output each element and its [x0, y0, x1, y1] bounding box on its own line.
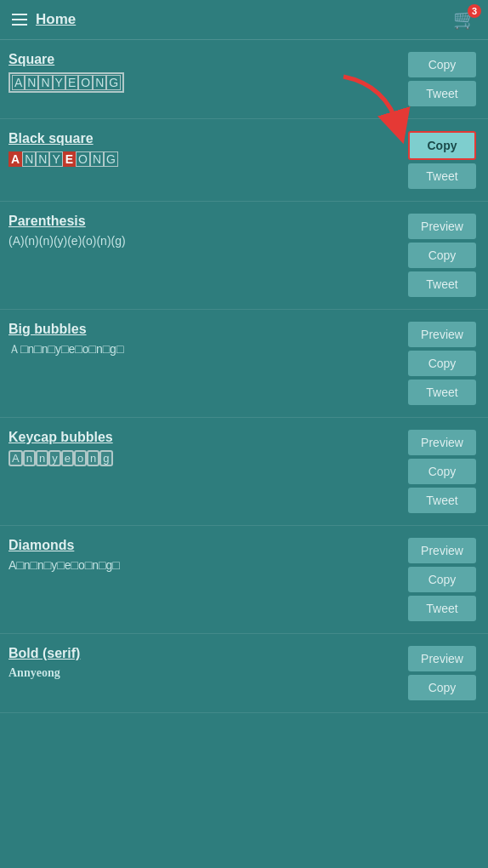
bold-serif-content: Bold (serif) Annyeong — [9, 646, 400, 680]
diamonds-section: Diamonds A□n□n□y□e□o□n□g□ Preview Copy T… — [0, 526, 488, 634]
cart-icon-wrap[interactable]: 🛒 3 — [453, 9, 476, 31]
parenthesis-section: Parenthesis (A)(n)(n)(y)(e)(o)(n)(g) Pre… — [0, 202, 488, 310]
bold-serif-preview: Annyeong — [9, 666, 400, 680]
big-bubbles-tweet-button[interactable]: Tweet — [408, 380, 476, 405]
square-content: Square ANNYEONG — [9, 52, 400, 93]
big-bubbles-copy-button[interactable]: Copy — [408, 351, 476, 376]
diamonds-tweet-button[interactable]: Tweet — [408, 596, 476, 621]
keycap-bubbles-preview-button[interactable]: Preview — [408, 430, 476, 455]
black-square-copy-button[interactable]: Copy — [408, 131, 476, 160]
keycap-bubbles-content: Keycap bubbles Annyeong — [9, 430, 400, 466]
keycap-bubbles-section: Keycap bubbles Annyeong Preview Copy Twe… — [0, 418, 488, 526]
big-bubbles-preview-button[interactable]: Preview — [408, 322, 476, 347]
big-bubbles-content: Big bubbles Ａ□n□n□y□e□o□n□g□ — [9, 322, 400, 357]
diamonds-preview-button[interactable]: Preview — [408, 538, 476, 563]
black-square-section: Black square ANNYEONG Copy Tweet — [0, 119, 488, 202]
header: Home 🛒 3 — [0, 0, 488, 40]
black-square-tweet-button[interactable]: Tweet — [408, 163, 476, 189]
parenthesis-preview-button[interactable]: Preview — [408, 214, 476, 239]
parenthesis-tweet-button[interactable]: Tweet — [408, 271, 476, 297]
black-square-buttons: Copy Tweet — [408, 131, 476, 189]
black-square-preview: ANNYEONG — [9, 151, 400, 167]
bold-serif-title: Bold (serif) — [9, 646, 400, 661]
diamonds-buttons: Preview Copy Tweet — [408, 538, 476, 621]
square-copy-button[interactable]: Copy — [408, 52, 476, 77]
big-bubbles-buttons: Preview Copy Tweet — [408, 322, 476, 405]
bold-serif-buttons: Preview Copy — [408, 646, 476, 700]
keycap-bubbles-title: Keycap bubbles — [9, 430, 400, 445]
black-square-content: Black square ANNYEONG — [9, 131, 400, 167]
big-bubbles-preview: Ａ□n□n□y□e□o□n□g□ — [9, 342, 400, 357]
bold-serif-preview-button[interactable]: Preview — [408, 646, 476, 671]
cart-badge: 3 — [468, 4, 481, 18]
diamonds-preview: A□n□n□y□e□o□n□g□ — [9, 558, 400, 572]
home-link[interactable]: Home — [36, 11, 76, 28]
big-bubbles-section: Big bubbles Ａ□n□n□y□e□o□n□g□ Preview Cop… — [0, 310, 488, 418]
diamonds-title: Diamonds — [9, 538, 400, 553]
parenthesis-title: Parenthesis — [9, 214, 400, 229]
header-left: Home — [12, 11, 76, 28]
diamonds-copy-button[interactable]: Copy — [408, 567, 476, 592]
square-preview-text: ANNYEONG — [9, 72, 124, 93]
parenthesis-buttons: Preview Copy Tweet — [408, 214, 476, 297]
parenthesis-preview: (A)(n)(n)(y)(e)(o)(n)(g) — [9, 234, 400, 248]
square-section: Square ANNYEONG Copy Tweet — [0, 40, 488, 119]
parenthesis-copy-button[interactable]: Copy — [408, 243, 476, 268]
hamburger-menu[interactable] — [12, 14, 27, 26]
big-bubbles-title: Big bubbles — [9, 322, 400, 337]
square-preview: ANNYEONG — [9, 72, 400, 93]
keycap-bubbles-copy-button[interactable]: Copy — [408, 459, 476, 484]
bold-serif-section: Bold (serif) Annyeong Preview Copy — [0, 634, 488, 713]
square-buttons: Copy Tweet — [408, 52, 476, 106]
square-tweet-button[interactable]: Tweet — [408, 81, 476, 106]
keycap-bubbles-preview: Annyeong — [9, 450, 400, 466]
bold-serif-copy-button[interactable]: Copy — [408, 675, 476, 700]
square-title: Square — [9, 52, 400, 67]
parenthesis-content: Parenthesis (A)(n)(n)(y)(e)(o)(n)(g) — [9, 214, 400, 248]
diamonds-content: Diamonds A□n□n□y□e□o□n□g□ — [9, 538, 400, 572]
keycap-bubbles-buttons: Preview Copy Tweet — [408, 430, 476, 513]
keycap-bubbles-tweet-button[interactable]: Tweet — [408, 488, 476, 513]
black-square-title: Black square — [9, 131, 400, 146]
